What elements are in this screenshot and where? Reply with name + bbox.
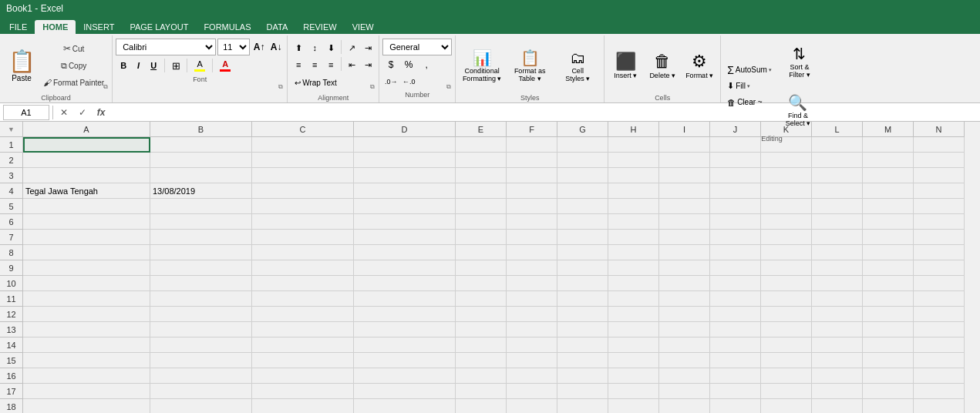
cell-n6[interactable] xyxy=(914,214,965,230)
cell-g5[interactable] xyxy=(557,199,608,214)
cell-m2[interactable] xyxy=(863,153,914,168)
cell-e10[interactable] xyxy=(456,276,507,291)
cell-n17[interactable] xyxy=(914,384,965,399)
align-middle-btn[interactable]: ↕ xyxy=(307,40,322,55)
font-expand-icon[interactable]: ⧉ xyxy=(276,82,285,92)
row-header-10[interactable]: 10 xyxy=(0,276,23,291)
cell-i16[interactable] xyxy=(659,368,710,384)
cell-g4[interactable] xyxy=(557,183,608,199)
cell-k13[interactable] xyxy=(761,322,812,337)
cell-n9[interactable] xyxy=(914,260,965,276)
delete-button[interactable]: 🗑 Delete ▾ xyxy=(645,42,680,89)
cell-l15[interactable] xyxy=(812,353,863,368)
col-header-c[interactable]: C xyxy=(252,122,354,137)
row-header-5[interactable]: 5 xyxy=(0,199,23,214)
cell-m6[interactable] xyxy=(863,214,914,230)
clear-button[interactable]: 🗑 Clear ~ xyxy=(724,96,775,109)
cell-m8[interactable] xyxy=(863,245,914,260)
cell-c10[interactable] xyxy=(252,276,354,291)
cell-i4[interactable] xyxy=(659,183,710,199)
cell-c18[interactable] xyxy=(252,399,354,413)
tab-insert[interactable]: INSERT xyxy=(76,20,122,34)
cell-d13[interactable] xyxy=(354,322,456,337)
cell-h11[interactable] xyxy=(608,291,659,307)
cell-j4[interactable] xyxy=(710,183,761,199)
cell-l14[interactable] xyxy=(812,337,863,353)
cell-l6[interactable] xyxy=(812,214,863,230)
clipboard-expand-icon[interactable]: ⧉ xyxy=(101,82,110,92)
cell-i9[interactable] xyxy=(659,260,710,276)
cell-c8[interactable] xyxy=(252,245,354,260)
confirm-formula-btn[interactable]: ✓ xyxy=(75,105,90,120)
cell-g8[interactable] xyxy=(557,245,608,260)
cell-a12[interactable] xyxy=(23,307,150,322)
cell-l18[interactable] xyxy=(812,399,863,413)
formula-input[interactable] xyxy=(112,105,977,120)
cell-n11[interactable] xyxy=(914,291,965,307)
cell-j8[interactable] xyxy=(710,245,761,260)
col-header-h[interactable]: H xyxy=(608,122,659,137)
cell-d16[interactable] xyxy=(354,368,456,384)
cell-n7[interactable] xyxy=(914,230,965,245)
cell-a8[interactable] xyxy=(23,245,150,260)
cell-i11[interactable] xyxy=(659,291,710,307)
cell-b6[interactable] xyxy=(150,214,252,230)
cell-n15[interactable] xyxy=(914,353,965,368)
cell-h4[interactable] xyxy=(608,183,659,199)
cell-m3[interactable] xyxy=(863,168,914,183)
cell-d6[interactable] xyxy=(354,214,456,230)
cell-k15[interactable] xyxy=(761,353,812,368)
cell-i3[interactable] xyxy=(659,168,710,183)
cell-d5[interactable] xyxy=(354,199,456,214)
cell-c14[interactable] xyxy=(252,337,354,353)
cell-e17[interactable] xyxy=(456,384,507,399)
cell-m16[interactable] xyxy=(863,368,914,384)
cell-g9[interactable] xyxy=(557,260,608,276)
cell-f7[interactable] xyxy=(507,230,557,245)
cut-button[interactable]: ✂ Cut xyxy=(40,41,107,56)
cell-h2[interactable] xyxy=(608,153,659,168)
cell-c6[interactable] xyxy=(252,214,354,230)
cell-k6[interactable] xyxy=(761,214,812,230)
col-header-b[interactable]: B xyxy=(150,122,252,137)
cell-d11[interactable] xyxy=(354,291,456,307)
cell-h18[interactable] xyxy=(608,399,659,413)
row-header-13[interactable]: 13 xyxy=(0,322,23,337)
cell-styles-button[interactable]: 🗂 CellStyles ▾ xyxy=(554,42,601,89)
cell-f8[interactable] xyxy=(507,245,557,260)
cell-e4[interactable] xyxy=(456,183,507,199)
cell-g11[interactable] xyxy=(557,291,608,307)
cell-e6[interactable] xyxy=(456,214,507,230)
cell-d8[interactable] xyxy=(354,245,456,260)
decrease-font-btn[interactable]: A↓ xyxy=(268,39,284,55)
cell-a1[interactable] xyxy=(23,137,150,153)
font-color-button[interactable]: A xyxy=(216,57,234,74)
currency-btn[interactable]: $ xyxy=(382,57,399,72)
cell-h9[interactable] xyxy=(608,260,659,276)
cell-d17[interactable] xyxy=(354,384,456,399)
tab-view[interactable]: VIEW xyxy=(345,20,382,34)
cell-e12[interactable] xyxy=(456,307,507,322)
align-top-btn[interactable]: ⬆ xyxy=(291,40,306,55)
cell-a4[interactable]: Tegal Jawa Tengah xyxy=(23,183,150,199)
cell-k18[interactable] xyxy=(761,399,812,413)
cell-l5[interactable] xyxy=(812,199,863,214)
cell-d3[interactable] xyxy=(354,168,456,183)
cell-h10[interactable] xyxy=(608,276,659,291)
cell-m14[interactable] xyxy=(863,337,914,353)
cell-i14[interactable] xyxy=(659,337,710,353)
cell-h7[interactable] xyxy=(608,230,659,245)
cell-a16[interactable] xyxy=(23,368,150,384)
cell-k11[interactable] xyxy=(761,291,812,307)
col-header-a[interactable]: A xyxy=(23,122,150,137)
cell-e11[interactable] xyxy=(456,291,507,307)
cell-i10[interactable] xyxy=(659,276,710,291)
cell-l12[interactable] xyxy=(812,307,863,322)
cell-c11[interactable] xyxy=(252,291,354,307)
cell-l2[interactable] xyxy=(812,153,863,168)
cell-a5[interactable] xyxy=(23,199,150,214)
increase-font-btn[interactable]: A↑ xyxy=(251,39,267,55)
cell-c12[interactable] xyxy=(252,307,354,322)
row-header-6[interactable]: 6 xyxy=(0,214,23,230)
cell-d15[interactable] xyxy=(354,353,456,368)
